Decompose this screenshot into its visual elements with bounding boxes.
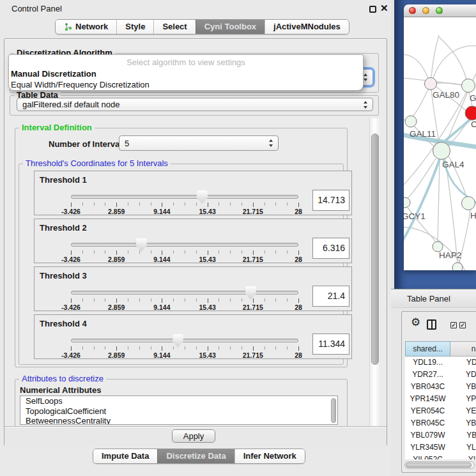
table-row[interactable]: YDL19...YDL1 <box>405 357 476 369</box>
column-header[interactable]: shared... <box>405 341 450 357</box>
tab-network[interactable]: Network <box>56 20 116 34</box>
threshold-label: Threshold 1 <box>40 175 87 185</box>
network-node[interactable] <box>425 78 437 90</box>
table-panel-titlebar: Table Panel <box>391 289 476 308</box>
threshold-value-field[interactable]: 21.4 <box>312 286 349 307</box>
split-view-icon[interactable] <box>427 319 436 330</box>
slider-tick <box>151 298 151 302</box>
network-node[interactable] <box>452 263 463 270</box>
tab-infer-network[interactable]: Infer Network <box>234 449 305 463</box>
close-traffic-light-icon[interactable] <box>409 7 416 14</box>
slider-track[interactable] <box>71 339 298 342</box>
network-canvas[interactable]: GAL80GACGAL11GAL4GCY1HHAP2 <box>404 17 476 270</box>
slider-tick <box>298 250 299 255</box>
slider-tick <box>230 203 231 206</box>
slider-tick <box>185 298 185 302</box>
thresholds-group-label: Threshold's Coordinates for 5 Intervals <box>23 158 171 168</box>
slider-track[interactable] <box>71 291 298 295</box>
column-header[interactable]: na <box>450 341 476 357</box>
tab-label: Infer Network <box>243 449 296 463</box>
tab-select[interactable]: Select <box>153 20 195 34</box>
table-row[interactable]: YBR045CYBR0 <box>405 417 476 429</box>
minimize-traffic-light-icon[interactable] <box>422 7 429 14</box>
slider-tick-label: 15.43 <box>199 351 215 359</box>
tab-style[interactable]: Style <box>116 20 153 34</box>
thresholds-group: Threshold's Coordinates for 5 Intervals … <box>19 164 344 365</box>
threshold-panel: Threshold 4-3.4262.8599.14415.4321.71528… <box>34 314 352 359</box>
slider-tick-label: 15.43 <box>199 256 215 263</box>
algorithm-dropdown-popup: Select algorithm to view settings Manual… <box>8 54 364 91</box>
network-node[interactable] <box>404 197 410 208</box>
vertical-scrollbar[interactable] <box>369 118 380 426</box>
list-scrollbar-thumb[interactable] <box>331 398 336 423</box>
node-table[interactable]: shared...na YDL19...YDL1YDR27...YDR2YBR0… <box>405 341 476 459</box>
threshold-value-field[interactable]: 6.316 <box>312 238 349 259</box>
tab-jactivemnodules[interactable]: jActiveMNodules <box>265 20 349 34</box>
slider-tick <box>173 346 174 349</box>
slider-handle[interactable] <box>136 238 147 252</box>
checkbox-icon[interactable]: ✓ <box>459 322 466 328</box>
network-window-titlebar[interactable] <box>404 4 476 17</box>
float-window-icon[interactable] <box>369 6 376 13</box>
slider-tick <box>162 250 162 255</box>
table-row[interactable]: YLR345WYLR3 <box>405 441 476 454</box>
slider-tick <box>128 203 128 206</box>
cyni-toolbox-panel: Discretization Algorithm Select algorith… <box>4 38 387 446</box>
slider-tick <box>275 346 276 349</box>
slider-tick <box>275 250 276 254</box>
network-node[interactable] <box>465 106 476 120</box>
network-node[interactable] <box>462 197 475 210</box>
slider-tick <box>94 203 95 206</box>
slider-tick <box>71 298 72 303</box>
close-icon[interactable]: ✕ <box>380 3 388 14</box>
threshold-value-field[interactable]: 14.713 <box>312 190 349 211</box>
table-row[interactable]: YPR145WYPR1 <box>405 393 476 405</box>
slider-tick <box>173 203 174 206</box>
table-row[interactable]: YBL079WYBL0 <box>405 429 476 441</box>
horizontal-scrollbar-thumb[interactable] <box>406 463 472 468</box>
tab-cyni-toolbox[interactable]: Cyni Toolbox <box>196 20 265 34</box>
attribute-list-item[interactable]: BetweennessCentrality <box>20 416 337 425</box>
slider-track[interactable] <box>71 243 298 247</box>
network-node[interactable] <box>462 79 475 93</box>
apply-button[interactable]: Apply <box>172 429 215 443</box>
network-node[interactable] <box>405 116 417 127</box>
table-row[interactable]: YDR27...YDR2 <box>405 369 476 381</box>
slider-tick <box>287 346 288 349</box>
zoom-traffic-light-icon[interactable] <box>436 7 443 14</box>
slider-handle[interactable] <box>245 286 256 300</box>
slider-handle[interactable] <box>173 334 183 348</box>
slider-tick-label: -3.426 <box>61 351 81 359</box>
settings-scroll-area: Interval Definition Number of Intervals … <box>7 118 380 426</box>
attribute-list-item[interactable]: SelfLoops <box>20 396 337 406</box>
horizontal-scrollbar[interactable] <box>404 461 475 469</box>
slider-tick-label: 2.859 <box>108 208 125 215</box>
table-row[interactable]: YBR043CYBR0 <box>405 381 476 393</box>
checkbox-icon[interactable]: ✓ <box>450 322 457 328</box>
table-data-combo[interactable]: galFiltered.sif default node <box>17 98 373 111</box>
algorithm-option[interactable]: Equal Width/Frequency Discretization <box>9 80 363 89</box>
numerical-attributes-list[interactable]: SelfLoopsTopologicalCoefficientBetweenne… <box>20 395 338 425</box>
table-cell: YIL052C <box>405 454 450 459</box>
threshold-value-field[interactable]: 11.344 <box>312 334 349 355</box>
table-row[interactable]: YER054CYER0 <box>405 405 476 417</box>
attribute-list-item[interactable]: TopologicalCoefficient <box>20 406 337 417</box>
bottom-tab-bar: Impute DataDiscretize DataInfer Network <box>93 449 305 464</box>
vertical-scrollbar-thumb[interactable] <box>371 134 379 365</box>
network-node[interactable] <box>433 142 450 160</box>
tab-impute-data[interactable]: Impute Data <box>93 449 157 463</box>
table-cell: YLR345W <box>405 441 450 454</box>
tab-discretize-data[interactable]: Discretize Data <box>157 449 234 463</box>
slider-tick <box>105 250 105 254</box>
slider-handle[interactable] <box>197 190 208 204</box>
slider-tick <box>128 250 128 254</box>
node-label: GA <box>470 93 476 103</box>
table-row[interactable]: YIL052CYIL0 <box>405 454 476 459</box>
slider-tick <box>298 203 299 207</box>
gear-icon[interactable]: ⚙ <box>411 317 420 328</box>
algorithm-option[interactable]: Manual Discretization <box>9 69 363 79</box>
table-cell: YDR2 <box>450 369 476 381</box>
number-of-intervals-combo[interactable]: 5 <box>119 135 279 151</box>
slider-track[interactable] <box>71 195 298 199</box>
slider-tick-label: 2.859 <box>108 303 125 311</box>
